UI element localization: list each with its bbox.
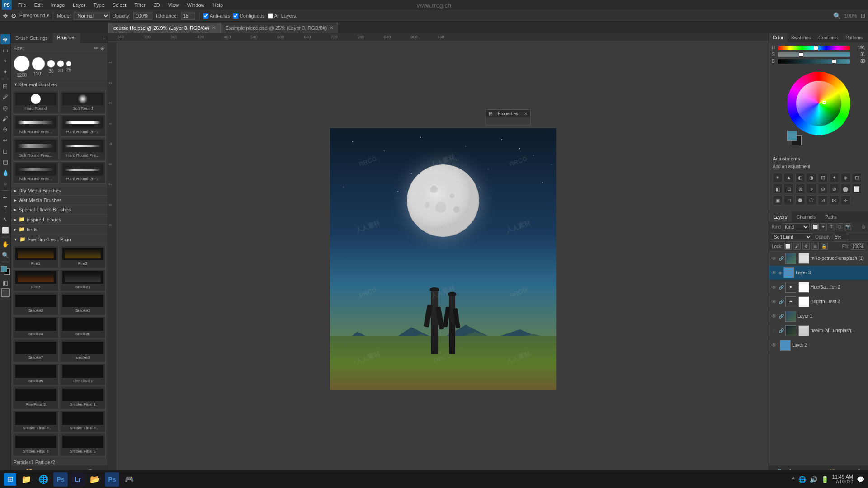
layer-row-2[interactable]: 👁 Layer 2 (769, 338, 868, 352)
tab-close-2[interactable]: ✕ (330, 25, 333, 30)
taskbar-files[interactable]: 📂 (88, 472, 102, 487)
layer-vis-bright[interactable]: 👁 (771, 299, 777, 305)
adj-black-white[interactable]: ⊡ (852, 173, 862, 183)
tool-pen[interactable]: ✒ (0, 192, 10, 202)
brush-smoke8[interactable]: smoke8 (60, 340, 106, 362)
filter-type[interactable]: T (828, 223, 835, 230)
layer-vis-mike[interactable]: 👁 (771, 255, 777, 262)
adj-icon-19[interactable]: ⬣ (795, 195, 805, 205)
lock-position[interactable]: ✥ (802, 243, 810, 250)
tab-brushes[interactable]: Brushes (53, 33, 80, 43)
tab-gradients[interactable]: Gradients (815, 33, 842, 42)
group-dry-media[interactable]: ▶ Dry Media Brushes (11, 186, 108, 195)
filter-adj[interactable]: ✦ (820, 223, 827, 230)
brush-preview-large-1[interactable] (14, 56, 30, 72)
lock-all[interactable]: 🔒 (821, 243, 828, 250)
tool-quick-mask[interactable]: ◧ (0, 277, 10, 287)
brush-item-soft-round[interactable]: Soft Round (60, 91, 106, 113)
tab-course-file[interactable]: course file.psd @ 26.9% (Layer 3, RGB/8#… (108, 23, 221, 33)
group-general-brushes[interactable]: ▼ General Brushes (11, 80, 108, 89)
tray-volume[interactable]: 🔊 (810, 476, 817, 483)
layer-link-naeim[interactable]: 🔗 (778, 328, 784, 333)
brush-smoke6[interactable]: Smoke6 (60, 316, 106, 339)
group-fire-brushes[interactable]: ▼ 📁 Fire Brushes - Pixiu (11, 234, 108, 244)
menu-filter[interactable]: Filter (131, 1, 149, 9)
taskbar-game[interactable]: 🎮 (122, 472, 137, 487)
brush-item-hard-round[interactable]: Hard Round (13, 91, 59, 113)
filter-shape[interactable]: ⬡ (836, 223, 843, 230)
tab-layers[interactable]: Layers (769, 212, 792, 222)
adj-icon-18[interactable]: ◻ (784, 195, 794, 205)
mode-select[interactable]: Normal (74, 12, 110, 20)
lock-transparent[interactable]: ⬜ (784, 243, 792, 250)
tool-hand[interactable]: ✋ (0, 239, 10, 249)
layer-link-bright[interactable]: 🔗 (778, 299, 784, 305)
edit-brush-icon[interactable]: ✏ (94, 45, 99, 52)
sat-slider[interactable] (778, 52, 850, 57)
adj-hue-sat[interactable]: ✦ (829, 173, 839, 183)
tab-color[interactable]: Color (769, 33, 788, 42)
filter-smart[interactable]: 📷 (844, 223, 851, 230)
menu-select[interactable]: Select (109, 1, 130, 9)
tool-move[interactable]: ✥ (0, 34, 10, 44)
notification-center[interactable]: 💬 (857, 476, 864, 483)
anti-alias-check[interactable] (203, 13, 208, 19)
group-wet-media[interactable]: ▶ Wet Media Brushes (11, 195, 108, 205)
layer-row-1[interactable]: 👁 🔗 Layer 1 (769, 309, 868, 324)
tab-close-1[interactable]: ✕ (212, 25, 216, 30)
brush-smoke3[interactable]: Smoke3 (60, 293, 106, 315)
brush-smoke-final-1[interactable]: Smoke Final 1 (60, 387, 106, 409)
tool-magic-wand[interactable]: ✦ (0, 67, 10, 77)
tool-gradient[interactable]: ▤ (0, 157, 10, 167)
brush-smoke2[interactable]: Smoke2 (13, 293, 59, 315)
foreground-color-swatch[interactable] (1, 266, 7, 272)
adj-curves[interactable]: ◐ (795, 173, 805, 183)
layer-link-mike[interactable]: 🔗 (778, 256, 784, 261)
new-brush-icon[interactable]: ⊕ (100, 45, 105, 52)
adj-invert[interactable]: ⋄ (807, 184, 816, 194)
adj-brightness[interactable]: ☀ (773, 173, 783, 183)
layer-row-3[interactable]: 👁 ◈ Layer 3 (769, 266, 868, 280)
brush-smoke7[interactable]: Smoke7 (13, 340, 59, 362)
all-layers-check[interactable] (268, 13, 273, 19)
adj-exposure[interactable]: ◑ (807, 173, 816, 183)
canvas-scroll[interactable]: RRCG 人人素材 RRCG 人人素材 RRCG 人人素材 RRCG 人人素材 … (117, 42, 769, 477)
adj-color-bal[interactable]: ◈ (840, 173, 850, 183)
menu-view[interactable]: View (165, 1, 183, 9)
brush-item-hard-round-pre-2[interactable]: Hard Round Pre... (60, 138, 106, 160)
tool-brush[interactable]: 🖌 (0, 113, 10, 123)
tool-history[interactable]: ↩ (0, 135, 10, 145)
brush-smoke4[interactable]: Smoke4 (13, 316, 59, 339)
brush-fire1[interactable]: Fire1 (13, 246, 59, 268)
color-wheel-container[interactable] (769, 68, 868, 139)
opacity-input[interactable] (133, 12, 152, 20)
adj-vibrance[interactable]: ⊞ (818, 173, 828, 183)
tool-clone[interactable]: ⊕ (0, 124, 10, 134)
adj-gradient-map[interactable]: ⬤ (840, 184, 850, 194)
brush-panel-menu[interactable]: ≡ (103, 35, 106, 41)
tool-zoom[interactable]: 🔍 (0, 250, 10, 260)
brush-fire-final-2[interactable]: Fire Final 2 (13, 387, 59, 409)
layer-link-1[interactable]: 🔗 (778, 314, 784, 319)
adj-threshold[interactable]: ⊗ (829, 184, 839, 194)
brush-preview-large-2[interactable] (32, 57, 45, 70)
brush-preview-small-2[interactable] (57, 60, 64, 67)
adj-color-lookup[interactable]: ⊠ (795, 184, 805, 194)
taskbar-ps2[interactable]: Ps (105, 472, 119, 487)
layer-vis-3[interactable]: 👁 (771, 270, 777, 276)
brush-smoke-final-3b[interactable]: Smoke Final 3 (60, 410, 106, 433)
brush-smoke-final-5[interactable]: Smoke Final 5 (60, 434, 106, 456)
adj-icon-21[interactable]: ⊿ (818, 195, 828, 205)
tray-chevron[interactable]: ^ (792, 476, 795, 483)
tab-paths[interactable]: Paths (821, 212, 842, 222)
menu-window[interactable]: Window (183, 1, 208, 9)
tool-dodge[interactable]: ○ (0, 178, 10, 188)
anti-alias-label[interactable]: Anti-alias (203, 13, 230, 19)
brush-item-soft-round-pres-2[interactable]: Soft Round Pres... (13, 138, 59, 160)
tray-network[interactable]: 🌐 (798, 476, 806, 483)
brush-smoke-final-3a[interactable]: Smoke Final 3 (13, 410, 59, 433)
tab-patterns[interactable]: Patterns (842, 33, 867, 42)
brush-smoke-final-4[interactable]: Smoke Final 4 (13, 434, 59, 456)
tool-screen-mode[interactable]: ⬛ (1, 288, 10, 297)
menu-3d[interactable]: 3D (150, 1, 164, 9)
